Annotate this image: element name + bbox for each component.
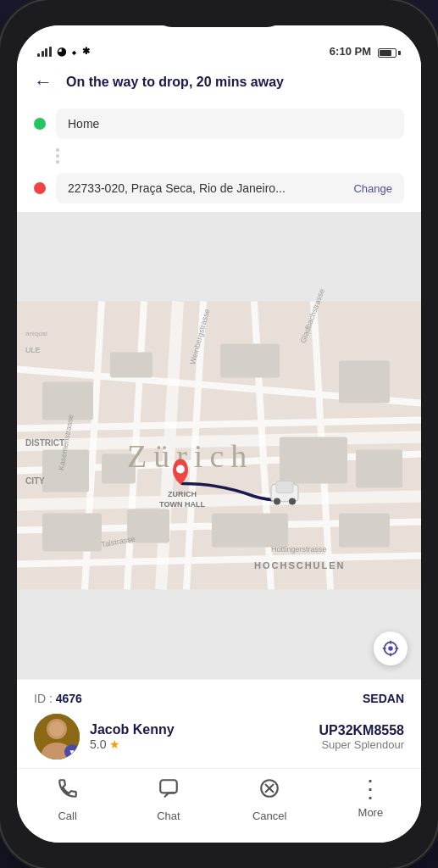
svg-point-44 (176, 465, 185, 474)
cancel-icon (258, 777, 280, 804)
location-inputs: Home 22733-020, Praça Seca, Rio de Janei… (17, 103, 421, 212)
driver-card: ID : 4676 SEDAN ♥ (17, 679, 421, 768)
change-button[interactable]: Change (353, 182, 392, 195)
driver-rating: 5.0 ★ (90, 737, 175, 751)
id-number: 4676 (56, 692, 82, 705)
svg-rect-21 (356, 450, 402, 488)
location-target-button[interactable] (374, 632, 408, 665)
signal-icon (37, 47, 52, 57)
destination-row: 22733-020, Praça Seca, Rio de Janeiro...… (34, 173, 404, 203)
svg-text:aniquai: aniquai (25, 330, 47, 337)
bottom-nav: Call Chat C (17, 768, 421, 843)
svg-text:Hottingerstrasse: Hottingerstrasse (271, 545, 327, 554)
svg-point-42 (289, 498, 296, 505)
svg-text:Zürich: Zürich (127, 438, 253, 474)
battery-icon (378, 48, 401, 58)
svg-text:ULE: ULE (25, 346, 41, 354)
phone-screen: ◕ ⬥ ✱ 6:10 PM ← On the way to drop, 20 m… (17, 25, 421, 843)
vehicle-model: Super Splendour (319, 738, 405, 751)
plate-number: UP32KM8558 (319, 723, 405, 738)
heart-badge: ♥ (64, 744, 80, 760)
destination-input[interactable]: 22733-020, Praça Seca, Rio de Janeiro...… (56, 173, 404, 203)
page-title: On the way to drop, 20 mins away (66, 75, 404, 90)
destination-text: 22733-020, Praça Seca, Rio de Janeiro... (68, 181, 350, 195)
svg-rect-25 (212, 514, 288, 548)
svg-point-46 (388, 646, 393, 651)
cancel-label: Cancel (252, 810, 286, 822)
svg-text:HOCHSCHULEN: HOCHSCHULEN (254, 560, 346, 570)
wifi-icon: ◕ (57, 45, 66, 58)
svg-rect-40 (276, 481, 293, 493)
driver-id-row: ID : 4676 SEDAN (34, 692, 404, 705)
svg-text:TOWN HALL: TOWN HALL (159, 500, 205, 509)
chat-icon (158, 777, 180, 804)
origin-input[interactable]: Home (56, 108, 404, 139)
status-left: ◕ ⬥ ✱ (37, 45, 90, 58)
svg-rect-16 (220, 344, 280, 378)
nav-chat[interactable]: Chat (118, 777, 219, 822)
vehicle-type: SEDAN (363, 692, 404, 705)
status-bar: ◕ ⬥ ✱ 6:10 PM (17, 25, 421, 63)
more-icon: ⋮ (358, 777, 382, 801)
destination-dot (34, 182, 46, 194)
svg-rect-22 (42, 514, 102, 552)
svg-point-54 (49, 721, 64, 737)
driver-right: UP32KM8558 Super Splendour (319, 723, 405, 751)
header: ← On the way to drop, 20 mins away (17, 63, 421, 103)
svg-rect-15 (110, 353, 152, 378)
map-svg: Zürich Weinbergstrasse Gladbachstrasse K… (17, 212, 421, 679)
call-label: Call (58, 810, 76, 822)
origin-row: Home (34, 108, 404, 139)
phone-frame: ◕ ⬥ ✱ 6:10 PM ← On the way to drop, 20 m… (0, 0, 438, 868)
nav-cancel[interactable]: Cancel (219, 777, 320, 822)
nav-call[interactable]: Call (17, 777, 118, 822)
driver-avatar: ♥ (34, 714, 80, 760)
car-marker (271, 481, 298, 505)
driver-details-row: ♥ Jacob Kenny 5.0 ★ UP32KM8558 Super Spl… (34, 714, 404, 760)
notch (152, 0, 287, 27)
bluetooth-icon: ✱ (82, 46, 90, 57)
svg-rect-17 (339, 361, 390, 403)
status-time: 6:10 PM (330, 45, 371, 58)
origin-dot (34, 118, 46, 130)
svg-text:ZURICH: ZURICH (168, 490, 197, 498)
svg-rect-24 (339, 514, 390, 548)
driver-name: Jacob Kenny (90, 722, 175, 737)
svg-rect-55 (160, 780, 177, 793)
route-connector (34, 148, 404, 164)
location-icon: ⬥ (71, 47, 77, 57)
more-label: More (358, 806, 384, 819)
id-prefix: ID : (34, 692, 56, 705)
map-container[interactable]: Zürich Weinbergstrasse Gladbachstrasse K… (17, 212, 421, 679)
driver-left: ♥ Jacob Kenny 5.0 ★ (34, 714, 175, 760)
svg-text:DISTRICT: DISTRICT (25, 438, 64, 448)
svg-text:CITY: CITY (25, 476, 45, 486)
driver-info: Jacob Kenny 5.0 ★ (90, 722, 175, 751)
svg-line-13 (17, 497, 421, 505)
driver-id: ID : 4676 (34, 692, 82, 705)
nav-more[interactable]: ⋮ More (320, 777, 421, 822)
target-icon (381, 639, 400, 658)
call-icon (57, 777, 79, 804)
back-button[interactable]: ← (34, 71, 53, 93)
chat-label: Chat (157, 810, 180, 822)
svg-point-41 (274, 498, 280, 505)
svg-rect-20 (280, 437, 347, 484)
star-icon: ★ (109, 737, 120, 751)
rating-value: 5.0 (90, 737, 106, 751)
